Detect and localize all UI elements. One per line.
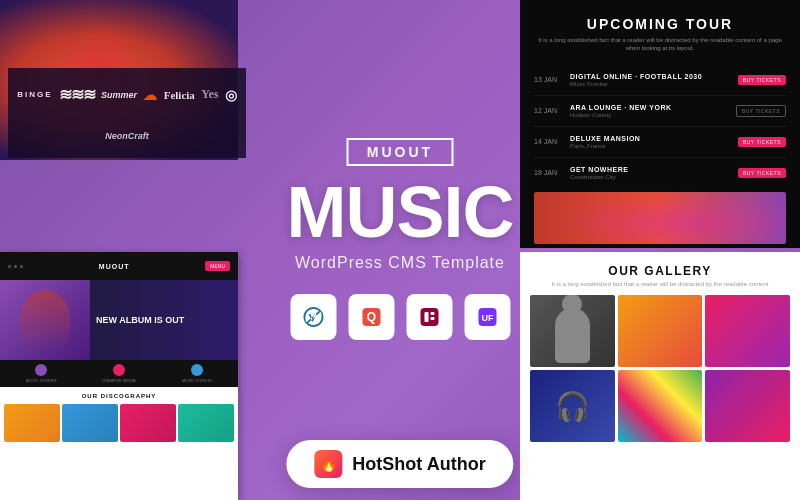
tour-smoke-image (534, 192, 786, 244)
feature-icon-3 (191, 364, 203, 376)
logo-felicia: Felicia (164, 89, 195, 101)
tour-row: 14 JAN DELUXE MANSION Paris, France BUY … (534, 127, 786, 158)
tour-info-1: DIGITAL ONLINE · FOOTBALL 2030 Music Fro… (570, 73, 730, 87)
gallery-subtitle: It is a long established fact that a rea… (530, 281, 790, 287)
disc-cell-2 (62, 404, 118, 442)
logo-summer: Summer (101, 90, 137, 100)
preview-discography: OUR DISCOGRAPHY (0, 387, 238, 448)
svg-rect-2 (420, 308, 438, 326)
svg-text:UF: UF (481, 313, 493, 323)
disc-cell-3 (120, 404, 176, 442)
nav-dot (14, 265, 17, 268)
svg-rect-4 (430, 312, 434, 315)
tour-subtitle: It is a long established fact that a rea… (534, 36, 786, 53)
tour-date-1: 13 JAN (534, 76, 562, 83)
elementor-icon (406, 294, 452, 340)
disc-cell-1 (4, 404, 60, 442)
logo-circle: ◎ (225, 87, 237, 103)
tour-date-4: 18 JAN (534, 169, 562, 176)
feature-label-3: MUSIC EVENTS (160, 378, 234, 383)
feature-icon-1 (35, 364, 47, 376)
tour-title: UPCOMING TOUR (534, 16, 786, 32)
website-preview: MUOUT MENU NEW ALBUM IS OUT MUSIC OTHERS… (0, 252, 238, 500)
tour-city-4: Construction City (570, 174, 730, 180)
svg-rect-3 (424, 312, 428, 322)
tour-btn-1[interactable]: BUY TICKETS (738, 75, 786, 85)
uf-icon: UF (464, 294, 510, 340)
gallery-cell-3 (705, 295, 790, 367)
tour-row: 12 JAN ARA LOUNGE · NEW YORK Hudson Coun… (534, 96, 786, 127)
discography-grid (4, 404, 234, 442)
preview-hero-text: NEW ALBUM IS OUT (90, 307, 190, 334)
main-title: MUSIC (287, 176, 514, 248)
hotshot-icon: 🔥 (314, 450, 342, 478)
tour-btn-4[interactable]: BUY TICKETS (738, 168, 786, 178)
tour-city-1: Music Frontier (570, 81, 730, 87)
preview-nav (8, 265, 23, 268)
discography-title: OUR DISCOGRAPHY (4, 393, 234, 399)
tour-info-2: ARA LOUNGE · NEW YORK Hudson County (570, 104, 728, 118)
preview-logo: MUOUT (99, 263, 130, 270)
feature-music-events: MUSIC EVENTS (160, 364, 234, 383)
feature-music-others: MUSIC OTHERS (4, 364, 78, 383)
logo-soundcloud: ☁ (143, 87, 157, 103)
gallery-grid: 🎧 (530, 295, 790, 442)
preview-header-btn: MENU (205, 261, 230, 271)
tour-info-3: DELUXE MANSION Paris, France (570, 135, 730, 149)
feature-label-1: MUSIC OTHERS (4, 378, 78, 383)
wordpress-icon (290, 294, 336, 340)
feature-icon-2 (113, 364, 125, 376)
gallery-cell-headphones: 🎧 (530, 370, 615, 442)
tour-city-3: Paris, France (570, 143, 730, 149)
svg-text:Q: Q (366, 310, 375, 324)
tour-date-2: 12 JAN (534, 107, 562, 114)
gallery-cell-6 (705, 370, 790, 442)
preview-hero-image (0, 280, 90, 360)
logo-soundwave: ≋≋≋ (59, 85, 95, 104)
gallery-cell-person (530, 295, 615, 367)
tour-row: 18 JAN GET NOWHERE Construction City BUY… (534, 158, 786, 188)
subtitle: WordPress CMS Template (287, 254, 514, 272)
tour-row: 13 JAN DIGITAL ONLINE · FOOTBALL 2030 Mu… (534, 65, 786, 96)
tour-venue-1: DIGITAL ONLINE · FOOTBALL 2030 (570, 73, 730, 80)
nav-dot (8, 265, 11, 268)
tour-btn-3[interactable]: BUY TICKETS (738, 137, 786, 147)
feature-creative-media: CREATIVE MEDIA (82, 364, 156, 383)
tour-date-3: 14 JAN (534, 138, 562, 145)
center-content: MUOUT MUSIC WordPress CMS Template Q (287, 138, 514, 362)
author-badge: 🔥 HotShot Author (286, 440, 513, 488)
muout-badge: MUOUT (347, 138, 453, 166)
tour-venue-2: ARA LOUNGE · NEW YORK (570, 104, 728, 111)
logo-binge: BINGE (17, 90, 52, 99)
svg-rect-5 (430, 317, 434, 320)
gallery-cell-5 (618, 370, 703, 442)
tour-city-2: Hudson County (570, 112, 728, 118)
logos-strip: BINGE ≋≋≋ Summer ☁ Felicia Yes ◎ NeonCra… (8, 68, 246, 158)
gallery-cell-2 (618, 295, 703, 367)
preview-features: MUSIC OTHERS CREATIVE MEDIA MUSIC EVENTS (0, 360, 238, 387)
logo-yes: Yes (201, 87, 218, 102)
logo-neon: NeonCraft (105, 131, 149, 141)
author-name: HotShot Author (352, 454, 485, 475)
tour-panel: UPCOMING TOUR It is a long established f… (520, 0, 800, 248)
tour-venue-3: DELUXE MANSION (570, 135, 730, 142)
tour-venue-4: GET NOWHERE (570, 166, 730, 173)
quform-icon: Q (348, 294, 394, 340)
tech-icons: Q UF (287, 294, 514, 340)
preview-header: MUOUT MENU (0, 252, 238, 280)
nav-dot (20, 265, 23, 268)
fire-icon: 🔥 (320, 456, 337, 472)
tour-btn-2[interactable]: BUY TICKETS (736, 105, 786, 117)
preview-hero-title: NEW ALBUM IS OUT (96, 315, 184, 326)
preview-hero: NEW ALBUM IS OUT (0, 280, 238, 360)
feature-label-2: CREATIVE MEDIA (82, 378, 156, 383)
tour-info-4: GET NOWHERE Construction City (570, 166, 730, 180)
disc-cell-4 (178, 404, 234, 442)
gallery-panel: OUR GALLERY It is a long established fac… (520, 252, 800, 500)
gallery-title: OUR GALLERY (530, 264, 790, 278)
